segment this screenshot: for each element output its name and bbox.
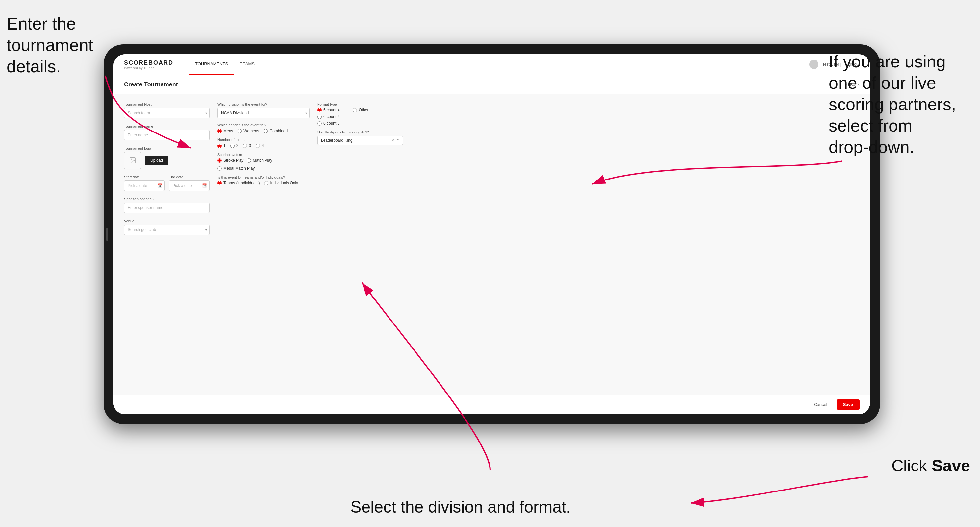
upload-button[interactable]: Upload <box>145 156 168 165</box>
rounds-2[interactable]: 2 <box>230 143 239 148</box>
division-select-wrapper: NCAA Division I ▾ <box>218 108 310 118</box>
rounds-3-label: 3 <box>249 143 251 148</box>
page-title: Create Tournament <box>124 81 178 88</box>
live-scoring-label: Use third-party live scoring API? <box>317 130 403 134</box>
tournament-host-select-wrapper: ▾ <box>124 108 210 118</box>
tournament-host-field: Tournament Host ▾ <box>124 102 210 118</box>
scoring-radio-group: Stroke Play Match Play Medal Match Play <box>218 158 310 171</box>
brand-title: SCOREBOARD <box>124 59 173 67</box>
format-left-options: 5 count 4 6 count 4 6 count 5 <box>317 108 339 125</box>
gender-combined[interactable]: Combined <box>264 129 288 133</box>
annotation-bc-text: Select the division and format. <box>350 498 571 516</box>
gender-mens[interactable]: Mens <box>218 129 233 133</box>
format-label: Format type <box>317 102 403 106</box>
live-scoring-field: Use third-party live scoring API? Leader… <box>317 130 403 145</box>
right-column: Format type 5 count 4 6 count <box>317 102 403 387</box>
left-column: Tournament Host ▾ Tournament name Tourna <box>124 102 210 387</box>
gender-radio-group: Mens Womens Combined <box>218 129 310 133</box>
save-bold-label: Save <box>932 457 970 475</box>
form-area: Tournament Host ▾ Tournament name Tourna <box>113 94 870 414</box>
annotation-live-scoring: If you are usingone of our livescoring p… <box>829 51 974 158</box>
annotation-division-format: Select the division and format. <box>263 497 658 517</box>
format-other-label: Other <box>359 108 368 113</box>
rounds-1[interactable]: 1 <box>218 143 226 148</box>
logo-placeholder <box>124 152 141 169</box>
date-row: Start date 📅 End date 📅 <box>124 175 210 191</box>
teams-radio-group: Teams (+Individuals) Individuals Only <box>218 181 310 186</box>
nav-links: TOURNAMENTS TEAMS <box>189 54 261 75</box>
gender-field: Which gender is the event for? Mens Wome… <box>218 123 310 133</box>
tournament-name-label: Tournament name <box>124 124 210 128</box>
sponsor-label: Sponsor (optional) <box>124 197 210 201</box>
live-scoring-tag: Leaderboard King ✕ ⌃ <box>317 136 403 145</box>
avatar <box>809 60 818 69</box>
format-6count5[interactable]: 6 count 5 <box>317 121 339 125</box>
format-5count4-label: 5 count 4 <box>323 108 339 113</box>
rounds-4-label: 4 <box>261 143 264 148</box>
format-6count4[interactable]: 6 count 4 <box>317 114 339 119</box>
tournament-host-label: Tournament Host <box>124 102 210 106</box>
rounds-1-label: 1 <box>223 143 226 148</box>
save-button[interactable]: Save <box>837 400 860 410</box>
sponsor-input[interactable] <box>124 203 210 213</box>
division-select[interactable]: NCAA Division I <box>218 108 310 118</box>
individuals-only[interactable]: Individuals Only <box>264 181 298 186</box>
cancel-button[interactable]: Cancel <box>808 400 832 410</box>
live-scoring-clear-icon[interactable]: ✕ <box>391 138 395 143</box>
teams-label: Is this event for Teams and/or Individua… <box>218 175 310 179</box>
tournament-logo-field: Tournament logo Upload <box>124 146 210 169</box>
rounds-3[interactable]: 3 <box>243 143 251 148</box>
svg-point-1 <box>131 159 132 160</box>
start-date-field: Start date 📅 <box>124 175 165 191</box>
rounds-2-label: 2 <box>236 143 239 148</box>
scoring-stroke[interactable]: Stroke Play <box>218 158 243 163</box>
live-scoring-expand-icon[interactable]: ⌃ <box>396 138 399 143</box>
division-field: Which division is the event for? NCAA Di… <box>218 102 310 118</box>
live-scoring-value: Leaderboard King <box>321 138 352 143</box>
rounds-field: Number of rounds 1 2 <box>218 138 310 148</box>
nav-teams[interactable]: TEAMS <box>234 54 261 75</box>
teams-plus-label: Teams (+Individuals) <box>223 181 259 186</box>
gender-mens-label: Mens <box>223 129 233 133</box>
end-date-wrap: 📅 <box>169 181 210 191</box>
gender-womens-label: Womens <box>243 129 259 133</box>
start-date-label: Start date <box>124 175 165 179</box>
logo-area: Upload <box>124 152 210 169</box>
format-right-options: Other <box>353 108 368 125</box>
form-footer: Cancel Save <box>113 395 870 414</box>
tablet-screen: SCOREBOARD Powered by Clippé TOURNAMENTS… <box>113 54 870 414</box>
brand-subtitle: Powered by Clippé <box>124 67 173 70</box>
tournament-host-input[interactable] <box>124 108 210 118</box>
tournament-name-field: Tournament name <box>124 124 210 140</box>
division-label: Which division is the event for? <box>218 102 310 106</box>
teams-field: Is this event for Teams and/or Individua… <box>218 175 310 186</box>
tournament-name-input[interactable] <box>124 130 210 140</box>
nav-tournaments[interactable]: TOURNAMENTS <box>189 54 234 75</box>
format-6count5-label: 6 count 5 <box>323 121 339 125</box>
tablet-side-button <box>106 228 108 241</box>
format-other[interactable]: Other <box>353 108 368 113</box>
scoring-match-label: Match Play <box>253 158 272 163</box>
tablet: SCOREBOARD Powered by Clippé TOURNAMENTS… <box>103 44 880 424</box>
gender-combined-label: Combined <box>269 129 288 133</box>
scoring-field: Scoring system Stroke Play Match Play <box>218 152 310 171</box>
teams-plus-individuals[interactable]: Teams (+Individuals) <box>218 181 259 186</box>
tournament-logo-label: Tournament logo <box>124 146 210 150</box>
rounds-4[interactable]: 4 <box>256 143 264 148</box>
venue-field: Venue ▾ <box>124 219 210 235</box>
format-5count4[interactable]: 5 count 4 <box>317 108 339 113</box>
venue-input[interactable] <box>124 225 210 235</box>
individuals-only-label: Individuals Only <box>270 181 298 186</box>
gender-womens[interactable]: Womens <box>237 129 259 133</box>
form-body: Tournament Host ▾ Tournament name Tourna <box>113 94 870 395</box>
scoring-medal-match[interactable]: Medal Match Play <box>218 166 255 171</box>
gender-label: Which gender is the event for? <box>218 123 310 127</box>
sponsor-field: Sponsor (optional) <box>124 197 210 213</box>
scoring-match[interactable]: Match Play <box>247 158 272 163</box>
page-content: Create Tournament < Back Tournament Host… <box>113 75 870 414</box>
calendar-icon-end: 📅 <box>202 183 207 188</box>
format-field: Format type 5 count 4 6 count <box>317 102 403 125</box>
create-header: Create Tournament < Back <box>113 75 870 94</box>
scoring-label: Scoring system <box>218 152 310 157</box>
navbar: SCOREBOARD Powered by Clippé TOURNAMENTS… <box>113 54 870 75</box>
